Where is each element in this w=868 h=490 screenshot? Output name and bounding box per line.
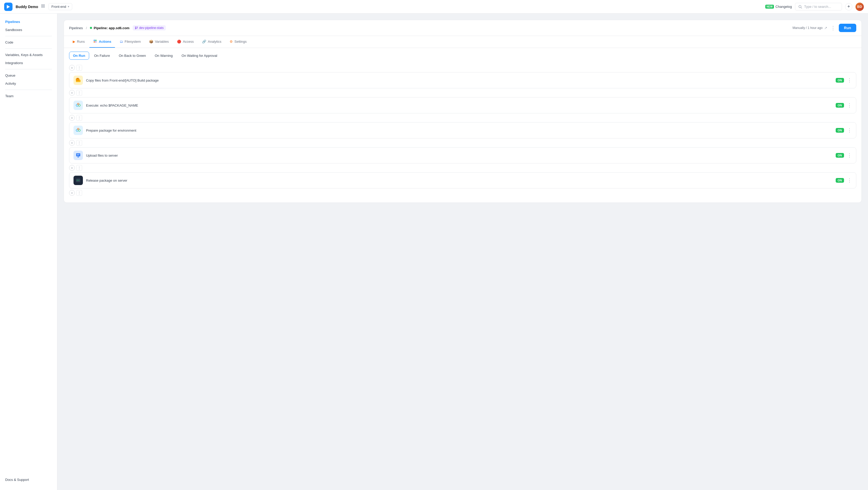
pipeline-card: Pipelines / Pipeline: app.sd6.com dev-pi… [64,20,862,203]
add-button[interactable]: + [845,3,852,10]
sidebar-item-sandboxes[interactable]: Sandboxes [0,26,57,34]
pipeline-name-container: Pipeline: app.sd6.com [90,26,129,30]
action-icon-3 [73,126,83,135]
sub-tab-on-run[interactable]: On Run [69,52,89,60]
action-icon-4 [73,151,83,160]
run-button[interactable]: Run [839,24,856,32]
svg-point-10 [94,40,95,41]
action-card-1: Copy files from Front-end/[AUTO] Build p… [69,72,856,88]
svg-rect-3 [41,6,43,7]
tab-analytics[interactable]: 🔗 Analytics [198,36,225,47]
actions-list: + ⋮ Copy files from Front-end/[AUTO] Bui… [64,63,862,203]
action-card-3: Prepare package for environment ON ⋮ [69,122,856,139]
add-action-button-bottom[interactable]: + [69,190,75,196]
tabs-bar: ▶ Runs Actions 🗂 [64,36,862,48]
sub-tab-on-waiting-for-approval[interactable]: On Waiting for Approval [178,52,221,60]
sidebar-item-team[interactable]: Team [0,92,57,100]
action-more-3[interactable]: ⋮ [847,127,852,133]
add-action-button-5[interactable]: + [69,165,75,171]
action-more-4[interactable]: ⋮ [847,152,852,158]
sidebar-item-code[interactable]: Code [0,38,57,47]
branch-label: Front-end [51,5,66,9]
svg-point-18 [78,103,79,105]
sub-tab-on-back-to-green[interactable]: On Back to Green [115,52,150,60]
topnav: Buddy Demo Front-end ▾ NEW Changelog Typ… [0,0,868,13]
add-row-top: + ⋮ [69,63,856,72]
search-placeholder: Type / to search... [804,5,831,9]
grid-icon[interactable] [41,4,45,9]
action-options-4[interactable]: ⋮ [76,140,82,146]
svg-point-7 [135,27,136,28]
app-logo[interactable] [4,3,12,11]
action-name-4: Upload files to server [86,154,833,157]
tab-variables[interactable]: 📦 Variables [146,36,172,47]
sub-tab-on-warning[interactable]: On Warning [151,52,177,60]
sidebar-item-label: Pipelines [5,20,20,24]
action-more-5[interactable]: ⋮ [847,178,852,183]
sidebar-item-label: Integrations [5,61,23,65]
pipeline-branch-badge[interactable]: dev-pipeline-stats [133,25,166,30]
add-action-button-top[interactable]: + [69,65,75,71]
sidebar-item-variables[interactable]: Variables, Keys & Assets [0,51,57,59]
sidebar-item-label: Variables, Keys & Assets [5,53,43,57]
sidebar-divider-3 [5,69,52,69]
status-indicator [90,27,92,29]
sidebar-item-activity[interactable]: Activity [0,80,57,88]
action-icon-5: SSH [73,176,83,185]
sidebar-item-label: Team [5,94,13,98]
breadcrumb-separator: / [86,26,87,30]
tab-access[interactable]: 🔴 Access [173,36,197,47]
access-icon: 🔴 [177,40,181,43]
tab-actions[interactable]: Actions [89,36,115,48]
layout: Pipelines Sandboxes Code Variables, Keys… [0,13,868,490]
more-options-button[interactable]: ⋮ [831,25,836,31]
add-row-bottom: + ⋮ [69,188,856,197]
tab-runs[interactable]: ▶ Runs [69,36,88,47]
svg-text:SSH: SSH [76,179,79,181]
add-action-button-3[interactable]: + [69,115,75,121]
actions-icon [93,39,97,44]
svg-rect-23 [77,154,80,155]
tab-variables-label: Variables [155,40,169,43]
add-action-button-4[interactable]: + [69,140,75,146]
breadcrumb-pipelines[interactable]: Pipelines [69,26,83,30]
add-action-button-2[interactable]: + [69,90,75,96]
action-options-bottom[interactable]: ⋮ [76,190,82,196]
search-icon [798,5,802,9]
add-row-5: + ⋮ [69,163,856,172]
pipeline-name-label: Pipeline: app.sd6.com [94,26,129,30]
sidebar-item-label: Queue [5,73,16,78]
sidebar-divider [5,36,52,36]
action-more-1[interactable]: ⋮ [847,78,852,83]
svg-rect-24 [77,155,79,155]
search-bar[interactable]: Type / to search... [795,3,842,10]
action-icon-1 [73,75,83,85]
sidebar-item-integrations[interactable]: Integrations [0,59,57,67]
action-options-3[interactable]: ⋮ [76,115,82,121]
tab-filesystem[interactable]: 🗂 Filesystem [116,36,145,47]
avatar[interactable]: BD [856,3,864,11]
action-options-2[interactable]: ⋮ [76,90,82,96]
tab-settings[interactable]: ⚙ Settings [226,36,250,47]
sidebar-docs-support[interactable]: Docs & Support [0,473,57,486]
sidebar-item-queue[interactable]: Queue [0,71,57,80]
changelog-button[interactable]: NEW Changelog [765,5,792,9]
svg-point-21 [78,128,79,130]
tab-filesystem-label: Filesystem [125,40,141,43]
action-options-top[interactable]: ⋮ [76,65,82,71]
action-more-2[interactable]: ⋮ [847,102,852,108]
add-row-4: + ⋮ [69,139,856,147]
branch-selector[interactable]: Front-end ▾ [49,3,72,10]
action-options-5[interactable]: ⋮ [76,165,82,171]
sub-tab-on-failure[interactable]: On Failure [90,52,114,60]
tab-actions-label: Actions [99,40,111,43]
runs-icon: ▶ [73,40,75,43]
action-name-2: Execute: echo $PACKAGE_NAME [86,103,833,108]
sidebar-item-pipelines[interactable]: Pipelines [0,18,57,26]
action-status-4: ON [836,153,844,158]
external-link-icon[interactable]: ↗ [824,26,827,30]
tab-runs-label: Runs [77,40,85,43]
pipeline-header: Pipelines / Pipeline: app.sd6.com dev-pi… [64,20,862,36]
settings-icon: ⚙ [230,40,233,43]
app-name: Buddy Demo [16,5,38,9]
